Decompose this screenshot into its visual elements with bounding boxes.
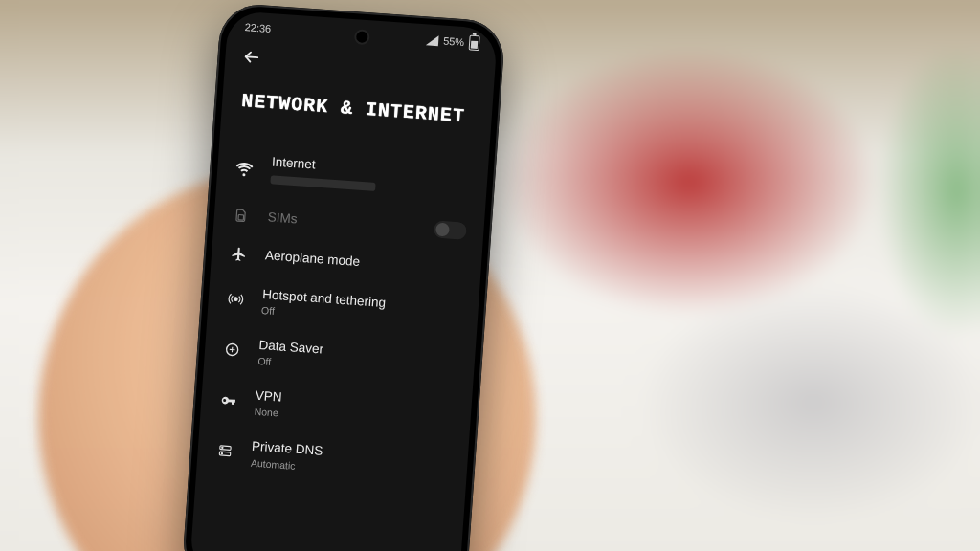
dns-icon <box>214 443 234 458</box>
row-internet-sub-redacted <box>270 176 375 192</box>
svg-line-0 <box>246 56 257 57</box>
phone-frame: 22:36 55% NETWORK & INTERNET <box>181 2 505 551</box>
back-button[interactable] <box>236 42 267 73</box>
settings-list: Internet SIMs <box>189 140 489 551</box>
status-time: 22:36 <box>244 21 271 34</box>
signal-icon <box>426 34 439 46</box>
row-sims-label: SIMs <box>267 209 417 237</box>
sims-toggle[interactable] <box>434 221 467 240</box>
photo-background: 22:36 55% NETWORK & INTERNET <box>0 0 980 551</box>
battery-percent: 55% <box>443 35 465 49</box>
svg-rect-1 <box>238 215 244 221</box>
sim-icon <box>231 208 251 224</box>
arrow-left-icon <box>241 47 261 67</box>
airplane-icon <box>229 246 249 263</box>
svg-point-6 <box>221 448 222 449</box>
vpn-key-icon <box>218 391 238 409</box>
row-aeroplane-label: Aeroplane mode <box>264 248 464 279</box>
svg-point-7 <box>221 453 222 454</box>
battery-icon <box>469 35 480 52</box>
svg-point-2 <box>234 297 237 300</box>
datasaver-icon <box>222 341 242 358</box>
wifi-icon <box>234 160 255 178</box>
screen: 22:36 55% NETWORK & INTERNET <box>189 11 498 551</box>
hotspot-icon <box>225 290 245 307</box>
